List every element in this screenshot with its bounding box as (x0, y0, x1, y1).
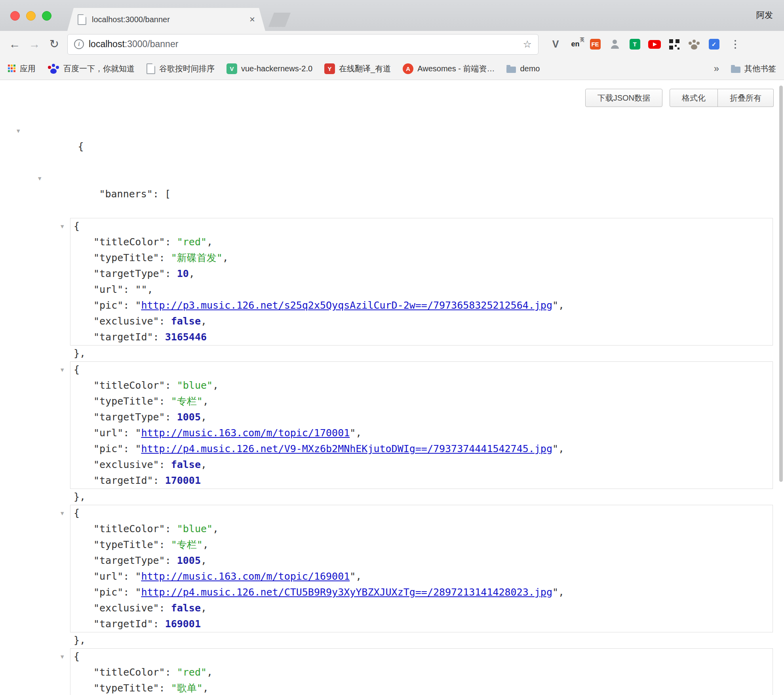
bookmark-star-icon[interactable]: ☆ (523, 39, 532, 49)
tampermonkey-icon: T (630, 39, 640, 50)
forward-icon[interactable]: → (28, 38, 41, 50)
json-boolean-value: false (171, 459, 201, 470)
reload-icon[interactable]: ↻ (48, 38, 61, 50)
tab-close-icon[interactable]: × (249, 15, 255, 24)
paw-extension-icon[interactable] (687, 37, 702, 52)
bookmark-item[interactable]: Vvue-hackernews-2.0 (226, 63, 312, 74)
object-open-brace: { (70, 362, 773, 378)
collapse-toggle-icon[interactable]: ▼ (61, 649, 64, 664)
json-number-value: 169001 (165, 618, 201, 630)
json-object-box: {"titleColor": "red","typeTitle": "新碟首发"… (70, 218, 773, 346)
bookmarks-bar: 应用百度一下，你就知道谷歌按时间排序Vvue-hackernews-2.0Y在线… (0, 57, 784, 80)
zoom-window-button[interactable] (42, 11, 51, 21)
json-key: "typeTitle" (93, 395, 159, 407)
folder-icon (731, 67, 740, 73)
json-property-row: "pic": "http://p4.music.126.net/V9-MXz6b… (70, 441, 773, 457)
chrome-menu-button[interactable] (728, 37, 743, 52)
profile-name-button[interactable]: 阿发 (756, 10, 773, 21)
url-link[interactable]: http://p3.music.126.net/s25q2x5QyqsAzilC… (141, 300, 552, 311)
json-property-row: "url": "", (70, 282, 773, 298)
bookmark-item[interactable]: Y在线翻译_有道 (324, 63, 391, 74)
json-property-row: "targetType": 10, (70, 266, 773, 282)
json-property-row: "targetType": 1005, (70, 553, 773, 569)
address-bar[interactable]: i localhost:3000/banner ☆ (67, 34, 539, 55)
collapse-toggle-icon[interactable]: ▼ (61, 218, 64, 234)
other-bookmarks-button[interactable]: 其他书签 (731, 63, 776, 74)
close-window-button[interactable] (10, 11, 20, 21)
collapse-toggle-icon[interactable]: ▼ (38, 170, 41, 186)
url-host: localhost (89, 39, 125, 49)
json-root-open: ▼{ (0, 123, 784, 170)
bookmark-label: 应用 (20, 63, 36, 74)
json-key: "url" (93, 571, 123, 582)
shield-check-icon[interactable]: ✓ (706, 37, 721, 52)
json-key: "targetId" (93, 618, 153, 630)
youdao-translate-icon[interactable]: en英 (568, 37, 583, 52)
json-key: "pic" (93, 443, 123, 454)
json-number-value: 170001 (165, 475, 201, 486)
badge-icon: V (226, 63, 237, 74)
youtube-icon[interactable] (647, 37, 662, 52)
bookmark-item[interactable]: AAwesomes - 前端资… (403, 63, 495, 74)
vimium-icon[interactable]: V (548, 37, 563, 52)
json-key: "url" (93, 284, 123, 295)
page-info-icon[interactable]: i (74, 39, 84, 49)
json-key: "targetId" (93, 475, 153, 486)
traffic-lights (10, 11, 51, 21)
bookmark-label: demo (520, 64, 540, 73)
tab-title: localhost:3000/banner (92, 15, 244, 24)
json-boolean-value: false (171, 315, 201, 327)
json-property-row: "titleColor": "blue", (70, 521, 773, 537)
object-open-brace: { (70, 218, 773, 234)
json-string-value: "歌单" (171, 682, 203, 694)
format-button[interactable]: 格式化 (670, 89, 718, 107)
json-key: "typeTitle" (93, 539, 159, 550)
youtube-icon (648, 40, 661, 49)
bookmark-item[interactable]: demo (506, 64, 540, 73)
json-key: "targetType" (93, 268, 165, 279)
download-json-button[interactable]: 下载JSON数据 (585, 89, 662, 107)
json-string-value: "专栏" (171, 395, 203, 407)
json-property-row: "titleColor": "red", (70, 664, 773, 680)
other-bookmarks-label: 其他书签 (744, 63, 776, 74)
collapse-toggle-icon[interactable]: ▼ (61, 505, 64, 521)
bookmark-item[interactable]: 应用 (8, 63, 36, 74)
bookmark-item[interactable]: 百度一下，你就知道 (48, 63, 135, 74)
json-property-row: "targetType": 1005, (70, 409, 773, 425)
back-icon[interactable]: ← (8, 38, 21, 50)
collapse-toggle-icon[interactable]: ▼ (61, 362, 64, 378)
minimize-window-button[interactable] (26, 11, 36, 21)
json-key: "titleColor" (93, 236, 165, 248)
json-property-row: "typeTitle": "专栏", (70, 537, 773, 553)
browser-window: localhost:3000/banner × 阿发 ← → ↻ i local… (0, 0, 784, 695)
json-property-row: "exclusive": false, (70, 600, 773, 616)
vertical-scrollbar[interactable] (779, 86, 783, 482)
new-tab-button[interactable] (268, 13, 291, 27)
page-content: 下载JSON数据 格式化 折叠所有 ▼{ ▼"banners": [ ▼{"ti… (0, 80, 784, 695)
url-link[interactable]: http://music.163.com/m/topic/169001 (141, 571, 350, 582)
json-boolean-value: false (171, 602, 201, 614)
collapse-all-button[interactable]: 折叠所有 (718, 89, 774, 107)
qrcode-icon (669, 39, 679, 50)
json-key: "targetId" (93, 331, 153, 343)
badge-round-icon: A (403, 63, 413, 74)
json-string-value: "专栏" (171, 539, 203, 550)
url-link[interactable]: http://p4.music.126.net/CTU5B9R9y3XyYBZX… (141, 586, 552, 598)
bookmark-item[interactable]: 谷歌按时间排序 (147, 63, 215, 74)
bookmarks-overflow-chevron[interactable]: » (714, 63, 719, 74)
tampermonkey-icon[interactable]: T (627, 37, 642, 52)
bookmark-label: 谷歌按时间排序 (159, 63, 215, 74)
proxy-person-icon[interactable] (607, 37, 622, 52)
format-collapse-group: 格式化 折叠所有 (670, 89, 774, 107)
json-key: "typeTitle" (93, 252, 159, 263)
browser-tab[interactable]: localhost:3000/banner × (67, 8, 265, 31)
collapse-toggle-icon[interactable]: ▼ (17, 123, 20, 139)
qrcode-icon[interactable] (667, 37, 682, 52)
url-link[interactable]: http://music.163.com/m/topic/170001 (141, 427, 350, 439)
vimium-icon: V (552, 38, 559, 50)
fehelper-icon[interactable]: FE (588, 37, 603, 52)
json-key: "titleColor" (93, 666, 165, 678)
url-link[interactable]: http://p4.music.126.net/V9-MXz6b2MNhEKju… (141, 443, 552, 454)
json-objects: ▼{"titleColor": "red","typeTitle": "新碟首发… (0, 218, 784, 695)
banners-array-open: "banners": [ (99, 188, 171, 200)
